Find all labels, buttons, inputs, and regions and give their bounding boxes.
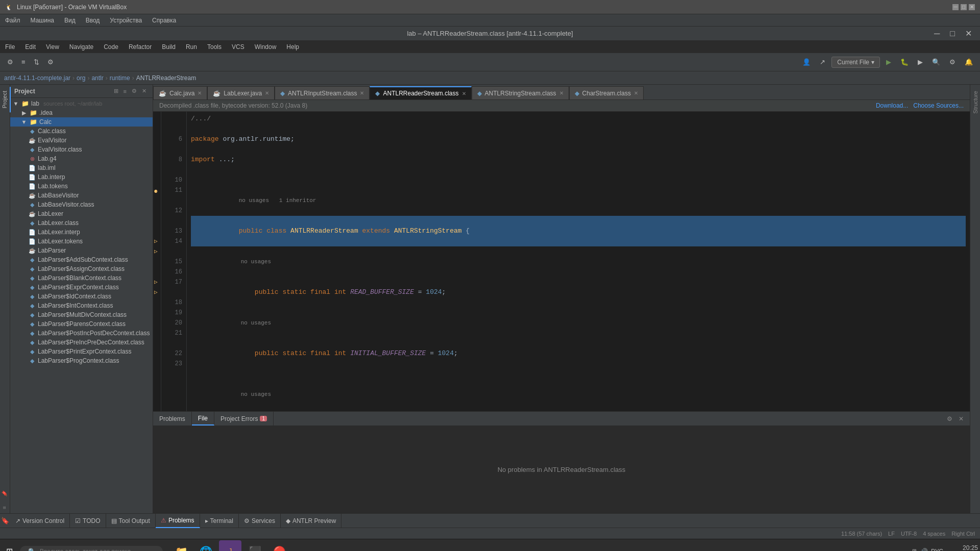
current-file-selector[interactable]: Current File ▾ (831, 57, 880, 68)
structure-tab[interactable]: Structure (970, 87, 981, 118)
close-button[interactable]: ✕ (969, 4, 975, 10)
os-menu-view[interactable]: Вид (59, 14, 81, 26)
sync-button[interactable]: ≡ (18, 56, 29, 68)
status-line-ending[interactable]: LF (888, 531, 895, 537)
tree-item-labparser-parens[interactable]: ◆ LabParser$ParensContext.class (10, 319, 153, 329)
minimize-button[interactable]: ─ (952, 4, 959, 10)
tree-item-labg4[interactable]: ⊗ Lab.g4 (10, 154, 153, 163)
sidebar-collapse-btn[interactable]: ⊞ (112, 87, 120, 95)
tree-item-lablexer-tokens[interactable]: 📄 LabLexer.tokens (10, 237, 153, 246)
taskbar-search-input[interactable] (40, 548, 152, 552)
taskbar-files-button[interactable]: 📁 (170, 540, 192, 552)
nav-antlr[interactable]: antlr (91, 74, 103, 82)
os-menu-help[interactable]: Справка (147, 14, 181, 26)
tree-item-calc[interactable]: ▼ 📁 Calc (10, 117, 153, 127)
choose-sources-link[interactable]: Choose Sources... (913, 102, 964, 109)
tree-item-lablexer-class[interactable]: ◆ LabLexer.class (10, 218, 153, 228)
outer-tab-antlr-preview[interactable]: ◆ANTLR Preview (281, 514, 341, 528)
notifications-button[interactable]: 🔔 (962, 56, 976, 68)
run-with-coverage-button[interactable]: ▶ (915, 56, 926, 68)
tree-item-labbasevisitor-class[interactable]: ◆ LabBaseVisitor.class (10, 200, 153, 209)
maximize-button[interactable]: □ (961, 4, 967, 10)
menu-code[interactable]: Code (99, 41, 124, 53)
menu-help[interactable]: Help (281, 41, 304, 53)
os-menu-devices[interactable]: Устройства (105, 14, 147, 26)
tree-item-labparser-printexpr[interactable]: ◆ LabParser$PrintExprContext.class (10, 347, 153, 356)
outer-tab-problems[interactable]: ⚠Problems (156, 514, 200, 528)
sidebar-close-btn[interactable]: ✕ (140, 87, 149, 95)
nav-runtime[interactable]: runtime (110, 74, 130, 82)
tab-close-button[interactable]: ✕ (198, 90, 202, 96)
taskbar-language[interactable]: РУС (931, 548, 943, 552)
menu-run[interactable]: Run (181, 41, 202, 53)
bottom-tab-problems[interactable]: Problems (153, 412, 192, 425)
tab-calc-java[interactable]: ☕ Calc.java ✕ (153, 86, 207, 99)
tree-item-lablexer-interp[interactable]: 📄 LabLexer.interp (10, 228, 153, 237)
outer-tab-version-control[interactable]: ↗Version Control (10, 514, 70, 528)
menu-window[interactable]: Window (250, 41, 282, 53)
menu-build[interactable]: Build (157, 41, 181, 53)
tree-item-labparser-expr[interactable]: ◆ LabParser$ExprContext.class (10, 283, 153, 292)
more-button[interactable]: ⚙ (44, 56, 57, 68)
tree-item-calc-class[interactable]: ◆ Calc.class (10, 127, 153, 136)
tree-item-lab[interactable]: ▼ 📁 lab sources root, ~/antlr/lab (10, 99, 153, 108)
tree-item-labparser-assign[interactable]: ◆ LabParser$AssignContext.class (10, 264, 153, 273)
outer-tab-tool-output[interactable]: ▤Tool Output (106, 514, 156, 528)
tab-antlr-stringstream[interactable]: ◆ ANTLRStringStream.class ✕ (472, 86, 569, 99)
tree-item-labparser-multdiv[interactable]: ◆ LabParser$MultDivContext.class (10, 310, 153, 319)
download-link[interactable]: Download... (876, 102, 908, 109)
tree-item-labparser-preinc[interactable]: ◆ LabParser$PreIncPreDecContext.class (10, 338, 153, 347)
start-button[interactable]: ⊞ (2, 544, 17, 551)
os-menu-file[interactable]: Файл (0, 14, 26, 26)
app-maximize-button[interactable]: □ (947, 27, 958, 40)
code-editor[interactable]: ⚈ ▷ ▷ ▷ ▷ 6 8 (153, 112, 970, 411)
taskbar-search[interactable]: 🔍 (20, 546, 163, 552)
taskbar-app5-button[interactable]: 🔴 (268, 540, 290, 552)
menu-tools[interactable]: Tools (202, 41, 227, 53)
outer-tab-terminal[interactable]: ▸Terminal (200, 514, 239, 528)
tree-item-evalvisitor-class[interactable]: ◆ EvalVisitor.class (10, 145, 153, 154)
os-menu-input[interactable]: Ввод (81, 14, 105, 26)
outer-tab-todo[interactable]: ☑TODO (70, 514, 106, 528)
os-menu-machine[interactable]: Машина (26, 14, 59, 26)
tab-close-button[interactable]: ✕ (634, 90, 638, 96)
search-everywhere-button[interactable]: 🔍 (929, 56, 943, 68)
sidebar-filter-btn[interactable]: ≡ (121, 87, 129, 95)
nav-org[interactable]: org (77, 74, 85, 82)
bottom-tab-project-errors[interactable]: Project Errors 1 (214, 412, 274, 425)
tab-close-button[interactable]: ✕ (462, 91, 466, 96)
menu-refactor[interactable]: Refactor (124, 41, 157, 53)
bottom-settings-button[interactable]: ⚙ (945, 414, 954, 423)
settings-button[interactable]: ⇅ (31, 56, 42, 68)
outer-tab-services[interactable]: ⚙Services (239, 514, 281, 528)
tree-item-labinterp[interactable]: 📄 Lab.interp (10, 172, 153, 182)
menu-edit[interactable]: Edit (20, 41, 41, 53)
settings-gear-button[interactable]: ⚙ (946, 56, 959, 68)
project-side-tab[interactable]: Project (0, 87, 11, 112)
structure-side-tab[interactable]: ≡ (0, 502, 10, 513)
app-minimize-button[interactable]: ─ (931, 27, 943, 40)
tab-antlr-inputstream[interactable]: ◆ ANTLRInputStream.class ✕ (275, 86, 370, 99)
tab-lablexer-java[interactable]: ☕ LabLexer.java ✕ (207, 86, 275, 99)
taskbar-browser1-button[interactable]: 🌐 (194, 540, 217, 552)
tree-item-lablexer[interactable]: ☕ LabLexer (10, 209, 153, 218)
app-close-button[interactable]: ✕ (962, 27, 975, 40)
menu-vcs[interactable]: VCS (227, 41, 250, 53)
vcs-button[interactable]: ↗ (817, 56, 828, 68)
menu-view[interactable]: View (41, 41, 64, 53)
taskbar-ide-button[interactable]: J (219, 540, 241, 552)
tree-item-evalvisitor[interactable]: ☕ EvalVisitor (10, 136, 153, 145)
code-content[interactable]: /.../ package org.antlr.runtime; import … (187, 112, 970, 411)
tree-item-idea[interactable]: ▶ 📁 .idea (10, 108, 153, 117)
bottom-close-button[interactable]: ✕ (957, 414, 966, 423)
tree-item-labbasevisitor[interactable]: ☕ LabBaseVisitor (10, 191, 153, 200)
tree-item-labiml[interactable]: 📄 lab.iml (10, 163, 153, 172)
tree-item-labparser-prog[interactable]: ◆ LabParser$ProgContext.class (10, 356, 153, 365)
profile-button[interactable]: 👤 (799, 56, 814, 68)
sidebar-gear-btn[interactable]: ⚙ (130, 87, 139, 95)
project-structure-button[interactable]: ⚙ (4, 56, 16, 68)
bookmark-panel-toggle[interactable]: 🔖 (0, 517, 10, 524)
tree-item-labtokens[interactable]: 📄 Lab.tokens (10, 182, 153, 191)
tree-item-labparser-blank[interactable]: ◆ LabParser$BlankContext.class (10, 273, 153, 283)
tab-close-button[interactable]: ✕ (265, 90, 269, 96)
